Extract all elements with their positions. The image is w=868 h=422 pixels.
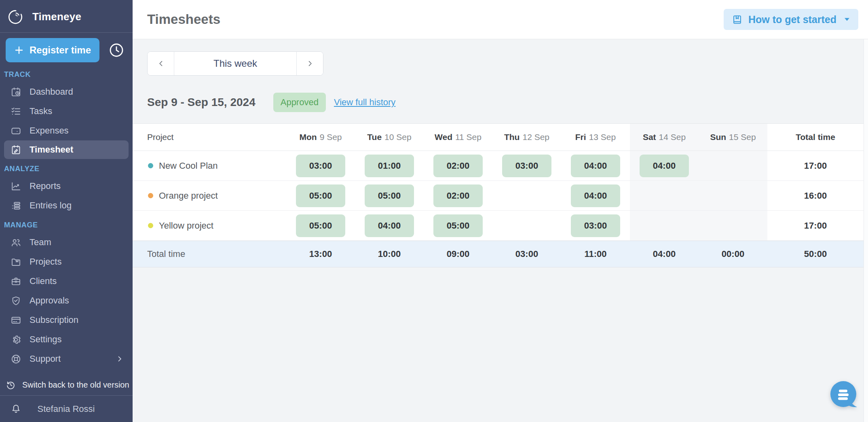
week-navigator: This week xyxy=(147,51,323,76)
project-name[interactable]: Yellow project xyxy=(159,221,213,231)
caret-down-icon xyxy=(844,17,850,22)
register-row: Register time xyxy=(6,38,129,62)
hour-cell: 03:00 xyxy=(561,211,630,240)
hour-cell: 03:00 xyxy=(492,151,561,180)
total-cell: 03:00 xyxy=(492,249,561,259)
section-label-manage: MANAGE xyxy=(0,215,133,233)
sidebar-item-settings[interactable]: Settings xyxy=(0,330,133,349)
sidebar-item-label: Subscription xyxy=(30,315,78,325)
register-time-label: Register time xyxy=(30,45,91,56)
sidebar-item-label: Settings xyxy=(30,334,62,345)
sidebar-item-entries-log[interactable]: Entries log xyxy=(0,196,133,215)
time-entry-pill[interactable]: 03:00 xyxy=(502,155,551,177)
sidebar-item-label: Dashboard xyxy=(30,87,73,97)
hour-cell: 05:00 xyxy=(424,211,492,240)
hour-cell: 04:00 xyxy=(561,151,630,180)
table-header-row: Project Mon9 Sep Tue10 Sep Wed11 Sep Thu… xyxy=(133,124,864,151)
scrollbar-track[interactable] xyxy=(864,39,868,422)
previous-week-button[interactable] xyxy=(148,52,174,75)
next-week-button[interactable] xyxy=(296,52,323,75)
project-color-dot xyxy=(148,223,153,228)
total-cell: 04:00 xyxy=(630,249,699,259)
column-header-day: Wed11 Sep xyxy=(424,124,492,151)
project-cell: Orange project xyxy=(133,191,286,201)
sidebar-item-label: Timesheet xyxy=(30,144,73,155)
switch-old-version-button[interactable]: Switch back to the old version xyxy=(0,374,133,395)
total-row-label: Total time xyxy=(133,249,286,259)
sidebar-item-timesheet[interactable]: Timesheet xyxy=(4,140,129,159)
sidebar-item-subscription[interactable]: Subscription xyxy=(0,310,133,330)
hour-cell: 04:00 xyxy=(630,151,699,180)
team-people-icon xyxy=(11,237,21,248)
hour-cell: 01:00 xyxy=(355,151,424,180)
row-total: 17:00 xyxy=(767,161,864,171)
week-label[interactable]: This week xyxy=(174,52,296,75)
hour-cell[interactable] xyxy=(699,151,767,180)
total-cell: 11:00 xyxy=(561,249,630,259)
timesheet-table: Project Mon9 Sep Tue10 Sep Wed11 Sep Thu… xyxy=(133,123,864,267)
sidebar-item-label: Expenses xyxy=(30,125,69,136)
table-row: Orange project 05:00 05:00 02:00 04:00 1… xyxy=(133,181,864,211)
timeneye-logo-icon xyxy=(6,7,25,26)
time-entry-pill[interactable]: 02:00 xyxy=(433,155,483,177)
time-entry-pill[interactable]: 03:00 xyxy=(296,155,345,177)
project-name[interactable]: Orange project xyxy=(159,191,218,201)
divider xyxy=(0,32,133,33)
section-label-analyze: ANALYZE xyxy=(0,159,133,176)
section-label-track: TRACK xyxy=(0,66,133,82)
sidebar-item-support[interactable]: Support xyxy=(0,349,133,369)
timer-clock-icon[interactable] xyxy=(108,42,125,58)
hour-cell[interactable] xyxy=(699,211,767,240)
subscription-card-icon xyxy=(11,315,21,326)
approvals-shield-icon xyxy=(11,295,21,306)
sidebar-item-reports[interactable]: Reports xyxy=(0,176,133,196)
hour-cell[interactable] xyxy=(492,181,561,210)
time-entry-pill[interactable]: 03:00 xyxy=(571,214,620,237)
time-entry-pill[interactable]: 04:00 xyxy=(365,214,414,237)
hour-cell[interactable] xyxy=(699,181,767,210)
notifications-bell-icon[interactable] xyxy=(11,403,21,414)
time-entry-pill[interactable]: 01:00 xyxy=(365,155,414,177)
sidebar-item-projects[interactable]: Projects xyxy=(0,252,133,271)
content: This week Sep 9 - Sep 15, 2024 Approved … xyxy=(133,39,868,422)
time-entry-pill[interactable]: 04:00 xyxy=(571,184,620,207)
hour-cell[interactable] xyxy=(630,211,699,240)
sidebar-item-dashboard[interactable]: Dashboard xyxy=(0,82,133,102)
project-cell: Yellow project xyxy=(133,221,286,231)
sidebar-item-expenses[interactable]: Expenses xyxy=(0,121,133,140)
time-entry-pill[interactable]: 05:00 xyxy=(296,214,345,237)
view-full-history-link[interactable]: View full history xyxy=(334,97,395,108)
sidebar-item-tasks[interactable]: Tasks xyxy=(0,102,133,121)
reports-chart-icon xyxy=(11,181,21,192)
history-icon xyxy=(6,380,16,390)
date-range: Sep 9 - Sep 15, 2024 xyxy=(147,96,256,109)
page-header: Timesheets How to get started xyxy=(133,0,868,39)
total-cell: 09:00 xyxy=(424,249,492,259)
sidebar-item-approvals[interactable]: Approvals xyxy=(0,291,133,310)
hour-cell[interactable] xyxy=(492,211,561,240)
switch-old-version-label: Switch back to the old version xyxy=(22,380,129,390)
sidebar-item-label: Approvals xyxy=(30,295,69,306)
how-to-get-started-label: How to get started xyxy=(748,14,836,25)
project-cell: New Cool Plan xyxy=(133,161,286,171)
sidebar-item-team[interactable]: Team xyxy=(0,233,133,252)
status-badge: Approved xyxy=(273,93,326,112)
chat-widget-button[interactable] xyxy=(828,379,860,411)
register-time-button[interactable]: Register time xyxy=(6,38,99,62)
user-name[interactable]: Stefania Rossi xyxy=(38,404,95,414)
entries-log-icon xyxy=(11,200,21,211)
sidebar-item-clients[interactable]: Clients xyxy=(0,271,133,291)
time-entry-pill[interactable]: 02:00 xyxy=(433,184,483,207)
how-to-get-started-button[interactable]: How to get started xyxy=(724,9,858,30)
time-entry-pill[interactable]: 04:00 xyxy=(571,155,620,177)
time-entry-pill[interactable]: 05:00 xyxy=(433,214,483,237)
time-entry-pill[interactable]: 05:00 xyxy=(365,184,414,207)
column-header-day: Sun15 Sep xyxy=(699,124,767,151)
time-entry-pill[interactable]: 04:00 xyxy=(640,155,689,177)
grand-total: 50:00 xyxy=(767,249,864,259)
project-name[interactable]: New Cool Plan xyxy=(159,161,218,171)
hour-cell[interactable] xyxy=(630,181,699,210)
brand-row: Timeneye xyxy=(0,0,133,32)
hour-cell: 04:00 xyxy=(355,211,424,240)
time-entry-pill[interactable]: 05:00 xyxy=(296,184,345,207)
